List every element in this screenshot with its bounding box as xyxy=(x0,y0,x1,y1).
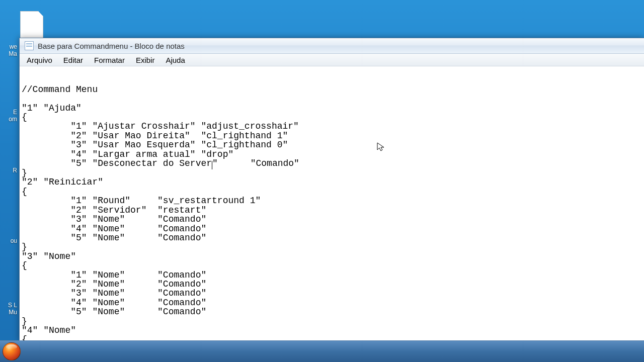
start-orb-icon xyxy=(3,342,21,360)
desktop-label: S L xyxy=(0,302,17,309)
blank-file-icon[interactable] xyxy=(20,11,43,40)
menu-formatar[interactable]: Formatar xyxy=(90,55,132,65)
desktop-left-icons: we Ma E om R ou S L Mu xyxy=(0,0,18,362)
desktop-label: R xyxy=(0,167,17,174)
titlebar[interactable]: Base para Commandmenu - Bloco de notas xyxy=(20,38,644,54)
desktop-label: we xyxy=(0,43,17,50)
menu-arquivo[interactable]: Arquivo xyxy=(23,55,59,65)
text-editor[interactable]: //Command Menu "1" "Ajuda" { "1" "Ajusta… xyxy=(22,66,644,340)
window-title: Base para Commandmenu - Bloco de notas xyxy=(38,42,185,50)
desktop-label: Mu xyxy=(0,309,17,316)
start-button[interactable] xyxy=(0,341,23,362)
menu-editar[interactable]: Editar xyxy=(59,55,90,65)
desktop-label: Ma xyxy=(0,50,17,57)
menu-exibir[interactable]: Exibir xyxy=(132,55,162,65)
desktop-label: E xyxy=(0,109,17,116)
notepad-icon xyxy=(25,41,34,50)
menubar: Arquivo Editar Formatar Exibir Ajuda xyxy=(20,54,644,66)
menu-ajuda[interactable]: Ajuda xyxy=(162,55,192,65)
notepad-window: Base para Commandmenu - Bloco de notas A… xyxy=(19,38,644,341)
desktop-label: om xyxy=(0,116,17,123)
desktop-label: ou xyxy=(0,237,17,244)
taskbar[interactable] xyxy=(0,340,644,362)
